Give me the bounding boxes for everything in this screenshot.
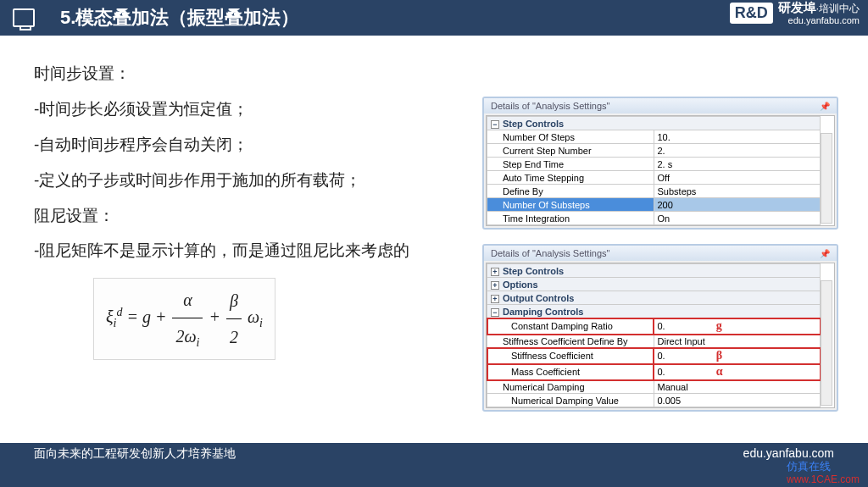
table-row-selected[interactable]: Number Of Substeps200 bbox=[487, 198, 821, 212]
expand-icon[interactable]: + bbox=[491, 295, 499, 303]
table-row[interactable]: Numerical Damping Value0.005 bbox=[487, 394, 821, 407]
watermark-url: www.1CAE.com bbox=[787, 473, 860, 485]
footer-text-right: edu.yanfabu.com bbox=[743, 446, 834, 460]
table-row[interactable]: Define BySubsteps bbox=[487, 185, 821, 198]
collapse-icon[interactable]: − bbox=[491, 120, 499, 129]
details-panel-2: Details of "Analysis Settings" 📌 +Step C… bbox=[482, 244, 838, 412]
table-row[interactable]: Step End Time2. s bbox=[487, 158, 821, 171]
slide-title: 5.模态叠加法（振型叠加法） bbox=[60, 5, 299, 30]
table-row[interactable]: Auto Time SteppingOff bbox=[487, 171, 821, 185]
panel-titlebar[interactable]: Details of "Analysis Settings" 📌 bbox=[484, 98, 837, 113]
table-row-highlighted[interactable]: Stiffness Coefficient0.β bbox=[487, 348, 821, 364]
table-row[interactable]: Time IntegrationOn bbox=[487, 212, 821, 225]
expand-icon[interactable]: + bbox=[491, 281, 499, 290]
pin-icon[interactable]: 📌 bbox=[820, 249, 830, 258]
text-line-1: 时间步设置： bbox=[34, 57, 415, 91]
footer-text-left: 面向未来的工程研发创新人才培养基地 bbox=[34, 446, 743, 462]
watermark-name: 仿真在线 bbox=[787, 460, 860, 473]
text-line-2: -时间步长必须设置为恒定值； bbox=[34, 92, 415, 126]
section-header-row[interactable]: −Step Controls bbox=[487, 117, 821, 130]
brand-suffix: ·培训中心 bbox=[816, 3, 860, 14]
expand-icon[interactable]: + bbox=[491, 268, 499, 276]
brand-url: edu.yanfabu.com bbox=[778, 15, 860, 26]
text-line-5: 阻尼设置： bbox=[34, 199, 415, 233]
details-panel-1: Details of "Analysis Settings" 📌 −Step C… bbox=[482, 97, 838, 230]
brand-name: 研发埠 bbox=[778, 0, 816, 14]
slide-footer: 面向未来的工程研发创新人才培养基地 edu.yanfabu.com 仿真在线 w… bbox=[0, 443, 868, 487]
brand-logo: R&D 研发埠·培训中心 edu.yanfabu.com bbox=[730, 0, 860, 26]
table-row-highlighted[interactable]: Constant Damping Ratio0.g bbox=[487, 318, 821, 335]
watermark: 仿真在线 www.1CAE.com bbox=[787, 460, 860, 485]
table-row[interactable]: Current Step Number2. bbox=[487, 144, 821, 158]
text-line-6: -阻尼矩阵不是显示计算的，而是通过阻尼比来考虑的 bbox=[34, 234, 415, 268]
body-text: 时间步设置： -时间步长必须设置为恒定值； -自动时间步程序会自动关闭； -定义… bbox=[34, 57, 415, 360]
monitor-icon bbox=[13, 8, 35, 27]
collapse-icon[interactable]: − bbox=[491, 308, 499, 317]
table-row[interactable]: Numerical DampingManual bbox=[487, 380, 821, 394]
rd-badge: R&D bbox=[730, 3, 773, 24]
formula: ξid = g + α2ωi + β2 ωi bbox=[93, 278, 275, 359]
panel-title: Details of "Analysis Settings" bbox=[491, 248, 609, 258]
step-controls-table: −Step Controls Number Of Steps10. Curren… bbox=[487, 116, 821, 225]
text-line-4: -定义的子步或时间步作用于施加的所有载荷； bbox=[34, 163, 415, 197]
table-row[interactable]: Number Of Steps10. bbox=[487, 130, 821, 144]
slide-header: 5.模态叠加法（振型叠加法） R&D 研发埠·培训中心 edu.yanfabu.… bbox=[0, 0, 868, 36]
content-area: 时间步设置： -时间步长必须设置为恒定值； -自动时间步程序会自动关闭； -定义… bbox=[0, 36, 868, 442]
damping-controls-table: +Step Controls +Options +Output Controls… bbox=[487, 263, 821, 407]
text-line-3: -自动时间步程序会自动关闭； bbox=[34, 128, 415, 162]
section-header-row[interactable]: +Step Controls bbox=[487, 264, 821, 278]
section-header-row[interactable]: +Options bbox=[487, 278, 821, 291]
pin-icon[interactable]: 📌 bbox=[820, 102, 830, 111]
section-header-row[interactable]: +Output Controls bbox=[487, 291, 821, 305]
panel-titlebar[interactable]: Details of "Analysis Settings" 📌 bbox=[484, 246, 837, 261]
panel-title: Details of "Analysis Settings" bbox=[491, 101, 609, 111]
table-row[interactable]: Stiffness Coefficient Define ByDirect In… bbox=[487, 335, 821, 348]
table-row-highlighted[interactable]: Mass Coefficient0.α bbox=[487, 364, 821, 380]
scrollbar[interactable] bbox=[821, 133, 832, 224]
section-header-row[interactable]: −Damping Controls bbox=[487, 305, 821, 318]
scrollbar[interactable] bbox=[821, 280, 832, 406]
